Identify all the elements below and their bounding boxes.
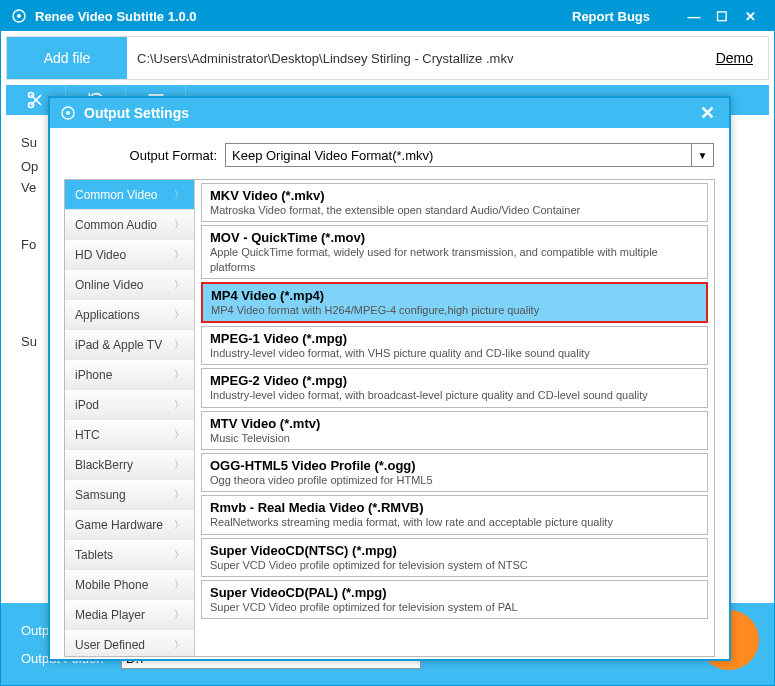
category-item[interactable]: Common Video〉 — [65, 180, 194, 210]
chevron-right-icon: 〉 — [174, 188, 184, 202]
format-item[interactable]: MPEG-2 Video (*.mpg)Industry-level video… — [201, 368, 708, 407]
maximize-button[interactable]: ☐ — [708, 9, 736, 24]
dialog-output-format-select[interactable]: Keep Original Video Format(*.mkv) ▼ — [225, 143, 714, 167]
category-item[interactable]: iPhone〉 — [65, 360, 194, 390]
chevron-right-icon: 〉 — [174, 518, 184, 532]
chevron-right-icon: 〉 — [174, 458, 184, 472]
format-title: MPEG-2 Video (*.mpg) — [210, 373, 699, 388]
category-list: Common Video〉Common Audio〉HD Video〉Onlin… — [65, 180, 195, 656]
format-description: RealNetworks streaming media format, wit… — [210, 515, 699, 529]
category-item[interactable]: HTC〉 — [65, 420, 194, 450]
dialog-output-format-label: Output Format: — [65, 148, 225, 163]
category-item[interactable]: Applications〉 — [65, 300, 194, 330]
add-file-button[interactable]: Add file — [7, 37, 127, 79]
format-description: Music Television — [210, 431, 699, 445]
chevron-right-icon: 〉 — [174, 368, 184, 382]
app-title: Renee Video Subtitle 1.0.0 — [35, 9, 197, 24]
format-description: Industry-level video format, with broadc… — [210, 388, 699, 402]
chevron-right-icon: 〉 — [174, 428, 184, 442]
chevron-right-icon: 〉 — [174, 548, 184, 562]
chevron-right-icon: 〉 — [174, 308, 184, 322]
category-item[interactable]: HD Video〉 — [65, 240, 194, 270]
app-icon — [11, 8, 27, 24]
format-item[interactable]: MTV Video (*.mtv)Music Television — [201, 411, 708, 450]
dialog-icon — [60, 105, 76, 121]
format-title: OGG-HTML5 Video Profile (*.ogg) — [210, 458, 699, 473]
format-title: MOV - QuickTime (*.mov) — [210, 230, 699, 245]
chevron-right-icon: 〉 — [174, 338, 184, 352]
report-bugs-link[interactable]: Report Bugs — [572, 9, 650, 24]
format-description: Industry-level video format, with VHS pi… — [210, 346, 699, 360]
category-item[interactable]: BlackBerry〉 — [65, 450, 194, 480]
format-item[interactable]: Rmvb - Real Media Video (*.RMVB)RealNetw… — [201, 495, 708, 534]
chevron-right-icon: 〉 — [174, 398, 184, 412]
file-path: C:\Users\Administrator\Desktop\Lindsey S… — [127, 51, 716, 66]
category-item[interactable]: Common Audio〉 — [65, 210, 194, 240]
category-item[interactable]: Media Player〉 — [65, 600, 194, 630]
format-item[interactable]: MP4 Video (*.mp4)MP4 Video format with H… — [201, 282, 708, 323]
chevron-down-icon: ▼ — [691, 144, 713, 166]
format-description: Ogg theora video profile optimized for H… — [210, 473, 699, 487]
category-item[interactable]: User Defined〉 — [65, 630, 194, 656]
chevron-right-icon: 〉 — [174, 278, 184, 292]
format-title: MTV Video (*.mtv) — [210, 416, 699, 431]
minimize-button[interactable]: — — [680, 9, 708, 24]
format-title: MP4 Video (*.mp4) — [211, 288, 698, 303]
category-item[interactable]: Tablets〉 — [65, 540, 194, 570]
format-item[interactable]: MOV - QuickTime (*.mov)Apple QuickTime f… — [201, 225, 708, 279]
chevron-right-icon: 〉 — [174, 608, 184, 622]
format-description: Matroska Video format, the extensible op… — [210, 203, 699, 217]
format-title: Super VideoCD(PAL) (*.mpg) — [210, 585, 699, 600]
chevron-right-icon: 〉 — [174, 638, 184, 652]
format-item[interactable]: MKV Video (*.mkv)Matroska Video format, … — [201, 183, 708, 222]
category-item[interactable]: Samsung〉 — [65, 480, 194, 510]
chevron-right-icon: 〉 — [174, 578, 184, 592]
chevron-right-icon: 〉 — [174, 218, 184, 232]
format-title: MPEG-1 Video (*.mpg) — [210, 331, 699, 346]
svg-point-1 — [17, 14, 21, 18]
chevron-right-icon: 〉 — [174, 488, 184, 502]
close-button[interactable]: ✕ — [736, 9, 764, 24]
format-item[interactable]: OGG-HTML5 Video Profile (*.ogg)Ogg theor… — [201, 453, 708, 492]
format-title: Rmvb - Real Media Video (*.RMVB) — [210, 500, 699, 515]
format-description: Super VCD Video profile optimized for te… — [210, 600, 699, 614]
format-item[interactable]: MPEG-1 Video (*.mpg)Industry-level video… — [201, 326, 708, 365]
format-item[interactable]: Super VideoCD(PAL) (*.mpg)Super VCD Vide… — [201, 580, 708, 619]
format-title: Super VideoCD(NTSC) (*.mpg) — [210, 543, 699, 558]
dialog-title: Output Settings — [84, 105, 189, 121]
format-item[interactable]: Super VideoCD(NTSC) (*.mpg)Super VCD Vid… — [201, 538, 708, 577]
format-description: Apple QuickTime format, widely used for … — [210, 245, 699, 274]
format-list[interactable]: MKV Video (*.mkv)Matroska Video format, … — [195, 180, 714, 656]
category-item[interactable]: iPod〉 — [65, 390, 194, 420]
svg-point-6 — [66, 111, 70, 115]
format-description: Super VCD Video profile optimized for te… — [210, 558, 699, 572]
chevron-right-icon: 〉 — [174, 248, 184, 262]
demo-link[interactable]: Demo — [716, 50, 753, 66]
output-settings-dialog: Output Settings ✕ Output Format: Keep Or… — [48, 96, 731, 661]
format-title: MKV Video (*.mkv) — [210, 188, 699, 203]
category-item[interactable]: Online Video〉 — [65, 270, 194, 300]
dialog-close-button[interactable]: ✕ — [695, 102, 719, 124]
format-description: MP4 Video format with H264/MPEG-4 config… — [211, 303, 698, 317]
category-item[interactable]: Game Hardware〉 — [65, 510, 194, 540]
category-item[interactable]: iPad & Apple TV〉 — [65, 330, 194, 360]
category-item[interactable]: Mobile Phone〉 — [65, 570, 194, 600]
